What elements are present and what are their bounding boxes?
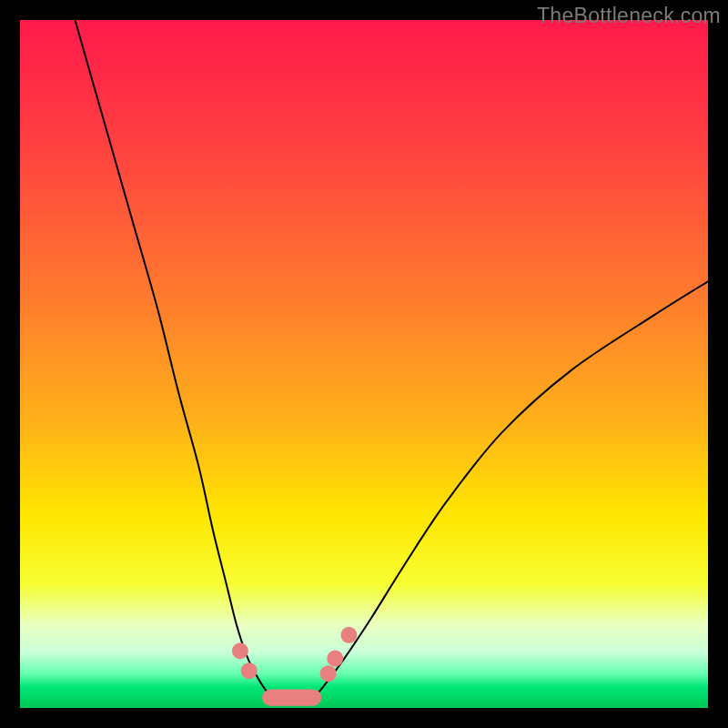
plot-area [20, 20, 708, 708]
gradient-background [20, 20, 708, 708]
marker-dot [232, 642, 248, 659]
marker-dot [340, 627, 357, 643]
marker-dot [241, 662, 258, 679]
marker-pill [262, 690, 321, 706]
chart-svg [20, 20, 708, 708]
marker-dot [327, 651, 343, 667]
marker-dot [320, 665, 337, 682]
watermark-text: TheBottleneck.com [537, 4, 721, 28]
